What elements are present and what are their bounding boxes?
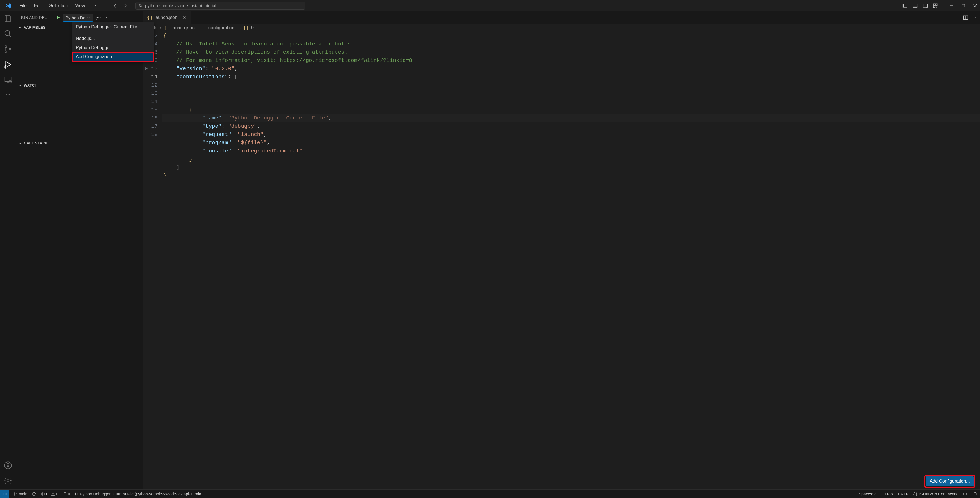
search-placeholder: python-sample-vscode-fastapi-tutorial — [145, 3, 216, 8]
chevron-down-icon — [18, 83, 22, 88]
svg-point-13 — [5, 46, 6, 47]
json-file-icon: { } — [164, 25, 169, 30]
status-spaces[interactable]: Spaces: 4 — [859, 492, 877, 496]
status-problems[interactable]: 0 0 — [41, 492, 58, 496]
menu-more-icon[interactable]: ··· — [89, 2, 100, 10]
svg-point-30 — [965, 493, 966, 494]
dropdown-item-nodejs[interactable]: Node.js... — [72, 34, 154, 43]
window-maximize-icon[interactable] — [961, 3, 966, 8]
breadcrumb-index[interactable]: 0 — [251, 25, 253, 30]
layout-sidebar-left-icon[interactable] — [902, 3, 907, 8]
layout-sidebar-right-icon[interactable] — [923, 3, 928, 8]
breadcrumb-configurations[interactable]: configurations — [208, 25, 237, 30]
status-bar: main 0 0 0 Python Debugger: Current File… — [0, 490, 980, 498]
nav-forward-icon[interactable] — [123, 3, 128, 8]
section-callstack-header[interactable]: Call Stack — [16, 140, 143, 147]
menu-selection[interactable]: Selection — [46, 2, 71, 10]
svg-point-29 — [964, 493, 965, 494]
svg-rect-28 — [963, 493, 967, 495]
svg-rect-4 — [913, 6, 917, 7]
menu-view[interactable]: View — [72, 2, 88, 10]
menu-edit[interactable]: Edit — [30, 2, 45, 10]
status-language[interactable]: { } JSON with Comments — [913, 492, 957, 496]
copilot-icon[interactable] — [963, 492, 967, 496]
chevron-right-icon: › — [239, 25, 241, 30]
json-file-icon: { } — [148, 15, 152, 20]
dropdown-item-add-configuration[interactable]: Add Configuration... — [72, 52, 154, 61]
status-branch[interactable]: main — [14, 492, 27, 496]
svg-point-15 — [9, 48, 11, 50]
dropdown-item-python-debugger[interactable]: Python Debugger... — [72, 43, 154, 52]
layout-panel-icon[interactable] — [913, 3, 918, 8]
status-eol[interactable]: CRLF — [898, 492, 908, 496]
menu-file[interactable]: File — [16, 2, 30, 10]
command-center-search[interactable]: python-sample-vscode-fastapi-tutorial — [135, 2, 305, 10]
sidebar-title: RUN AND DE… — [19, 15, 53, 20]
chevron-down-icon — [86, 16, 91, 19]
section-callstack-label: Call Stack — [24, 141, 48, 145]
editor-more-icon[interactable]: ··· — [972, 15, 976, 20]
nav-back-icon[interactable] — [113, 3, 118, 8]
svg-rect-3 — [913, 4, 917, 7]
svg-point-0 — [139, 4, 142, 6]
svg-point-26 — [16, 493, 17, 493]
remote-indicator-icon[interactable] — [0, 490, 9, 498]
dropdown-item-current[interactable]: Python Debugger: Current File — [72, 22, 154, 32]
menu-bar: File Edit Selection View ··· — [16, 2, 100, 10]
svg-rect-10 — [936, 6, 937, 7]
svg-point-20 — [7, 463, 9, 466]
sync-icon[interactable] — [32, 492, 36, 496]
explorer-icon[interactable] — [4, 14, 12, 23]
status-encoding[interactable]: UTF-8 — [881, 492, 893, 496]
svg-rect-11 — [962, 4, 965, 7]
start-debug-icon[interactable] — [56, 15, 61, 20]
debug-more-icon[interactable]: ··· — [103, 15, 107, 20]
svg-rect-7 — [934, 4, 935, 5]
activity-bar: ··· — [0, 11, 16, 490]
window-minimize-icon[interactable] — [949, 3, 954, 8]
editor-area: { } launch.json ··· code › { } launch.js… — [143, 11, 980, 490]
search-icon[interactable] — [4, 30, 12, 38]
breadcrumb-file[interactable]: launch.json — [172, 25, 194, 30]
section-watch-header[interactable]: Watch — [16, 82, 143, 89]
chevron-right-icon: › — [160, 25, 162, 30]
title-bar: File Edit Selection View ··· python-samp… — [0, 0, 980, 11]
debug-alt-icon — [75, 492, 78, 496]
array-icon: [ ] — [202, 25, 205, 30]
chevron-right-icon: › — [197, 25, 199, 30]
code-lines[interactable]: { // Use IntelliSense to learn about pos… — [163, 32, 980, 490]
add-configuration-button[interactable]: Add Configuration... — [926, 476, 974, 486]
svg-rect-5 — [923, 4, 928, 7]
source-control-icon[interactable] — [4, 45, 12, 53]
activity-more-icon[interactable]: ··· — [4, 91, 12, 99]
svg-rect-9 — [934, 6, 935, 7]
tab-filename: launch.json — [154, 15, 178, 20]
section-watch-label: Watch — [24, 83, 37, 88]
debug-settings-gear-icon[interactable] — [95, 15, 101, 21]
debug-config-selected-label: Python De — [65, 15, 85, 20]
search-icon — [138, 3, 143, 8]
layout-customize-icon[interactable] — [933, 3, 938, 8]
section-variables-label: Variables — [24, 25, 46, 30]
radio-tower-icon — [63, 492, 67, 496]
status-debug-config[interactable]: Python Debugger: Current File (python-sa… — [75, 492, 201, 496]
warning-icon — [51, 492, 55, 496]
status-ports[interactable]: 0 — [63, 492, 70, 496]
svg-point-12 — [5, 30, 10, 36]
split-editor-icon[interactable] — [963, 15, 968, 21]
close-tab-icon[interactable] — [182, 15, 186, 20]
svg-point-22 — [97, 17, 99, 18]
svg-rect-2 — [903, 4, 904, 7]
remote-explorer-icon[interactable] — [4, 75, 12, 84]
debug-config-select[interactable]: Python De — [63, 14, 93, 22]
bell-icon[interactable] — [973, 492, 978, 496]
code-editor[interactable]: 1 2 3 4 5 6 7 8 9 10 11 12 13 14 15 16 1… — [143, 32, 980, 490]
debug-config-dropdown: Python Debugger: Current File Node.js...… — [72, 22, 154, 62]
accounts-icon[interactable] — [4, 461, 12, 469]
run-debug-icon[interactable] — [4, 60, 12, 69]
svg-point-14 — [5, 51, 6, 53]
breadcrumb[interactable]: code › { } launch.json › [ ] configurati… — [143, 24, 980, 32]
window-close-icon[interactable] — [973, 3, 978, 8]
settings-gear-icon[interactable] — [4, 476, 12, 485]
error-icon — [41, 492, 45, 496]
